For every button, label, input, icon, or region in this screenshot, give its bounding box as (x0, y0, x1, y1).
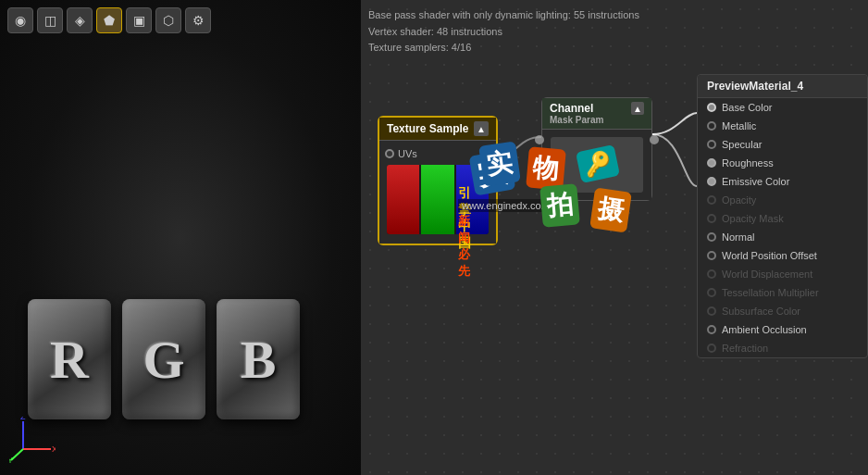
material-pin-metallic: Metallic (698, 117, 867, 135)
pin-dot-5 (707, 195, 716, 205)
pin-dot-8 (707, 251, 716, 260)
pin-dot-6 (707, 214, 716, 223)
texture-sample-title: Texture Sample (387, 122, 468, 135)
pin-dot-1 (707, 121, 716, 131)
pin-dot-0 (707, 103, 716, 112)
material-pin-subsurface-color: Subsurface Color (698, 302, 867, 320)
material-pin-normal: Normal (698, 228, 867, 246)
texture-output-pins (494, 145, 503, 155)
tile-r: R (28, 299, 111, 419)
channel-body (542, 130, 651, 200)
rgb-tiles: R G B (28, 299, 300, 419)
node-texture-sample[interactable]: Texture Sample ▲ UVs (378, 116, 498, 245)
material-pins-container: Base ColorMetallicSpecularRoughnessEmiss… (698, 98, 867, 357)
preview-material-panel: PreviewMaterial_4 Base ColorMetallicSpec… (697, 74, 868, 358)
channel-expand[interactable]: ▲ (631, 102, 644, 115)
tex-green-strip (421, 165, 453, 234)
pin-dot-4 (707, 177, 716, 186)
pin-dot-3 (707, 158, 716, 168)
material-pin-opacity-mask: Opacity Mask (698, 209, 867, 228)
channel-title: Channel (550, 102, 593, 115)
axis-indicator: Z X Y (9, 417, 56, 466)
pin-dot-10 (707, 288, 716, 297)
channel-preview (551, 137, 643, 193)
pin-label-9: World Displacement (722, 269, 812, 280)
shader-info: Base pass shader with only dynamic light… (368, 7, 639, 56)
pin-dot-11 (707, 306, 716, 316)
channel-preview-dot (589, 157, 604, 172)
pin-label-13: Refraction (722, 343, 768, 354)
node-channel-mask[interactable]: Channel ▲ Mask Param (541, 97, 652, 201)
material-pin-opacity: Opacity (698, 191, 867, 209)
pin-dot-7 (707, 232, 716, 242)
svg-text:X: X (52, 444, 56, 454)
material-pin-tessellation-multiplier: Tessellation Multiplier (698, 283, 867, 302)
channel-output-pin (650, 135, 659, 144)
pin-label-2: Specular (722, 139, 762, 150)
material-pin-roughness: Roughness (698, 154, 867, 172)
channel-subtitle: Mask Param (550, 115, 603, 125)
toolbar-btn-6[interactable]: ⬡ (155, 7, 181, 33)
toolbar-btn-2[interactable]: ◫ (37, 7, 63, 33)
texture-sample-expand[interactable]: ▲ (474, 121, 489, 136)
channel-in-dot (535, 135, 544, 144)
toolbar-btn-7[interactable]: ⚙ (185, 7, 211, 33)
svg-text:Y: Y (9, 456, 13, 463)
pin-label-1: Metallic (722, 120, 756, 131)
output-pin-1 (494, 145, 503, 155)
material-pin-world-position-offset: World Position Offset (698, 246, 867, 265)
info-line1: Base pass shader with only dynamic light… (368, 7, 639, 24)
texture-sample-body: UVs (379, 141, 496, 244)
material-pin-world-displacement: World Displacement (698, 265, 867, 283)
channel-header: Channel ▲ Mask Param (542, 98, 651, 130)
uvs-pin-row: UVs (385, 146, 490, 161)
pin-label-3: Roughness (722, 157, 774, 169)
pin-label-6: Opacity Mask (722, 213, 784, 224)
tile-g: G (122, 299, 205, 419)
material-pin-ambient-occlusion: Ambient Occlusion (698, 320, 867, 339)
pin-dot-2 (707, 140, 716, 149)
svg-text:Z: Z (20, 417, 26, 421)
channel-out-dot (650, 135, 659, 144)
pin-label-11: Subsurface Color (722, 306, 800, 317)
pin-label-4: Emissive Color (722, 176, 789, 187)
pin-dot-12 (707, 325, 716, 334)
uvs-pin (385, 149, 394, 158)
material-pin-specular: Specular (698, 135, 867, 154)
pin-label-7: Normal (722, 231, 754, 243)
material-pin-emissive-color: Emissive Color (698, 172, 867, 191)
uvs-label: UVs (398, 148, 417, 159)
tile-b: B (217, 299, 300, 419)
material-pin-refraction: Refraction (698, 339, 867, 357)
material-pin-base-color: Base Color (698, 98, 867, 117)
main-panel: Base pass shader with only dynamic light… (361, 0, 868, 475)
channel-input-pin (535, 135, 544, 144)
viewport-toolbar[interactable]: ◉ ◫ ◈ ⬟ ▣ ⬡ ⚙ (7, 7, 211, 33)
viewport-panel: ◉ ◫ ◈ ⬟ ▣ ⬡ ⚙ R G B Z X Y (0, 0, 361, 475)
pin-dot-9 (707, 269, 716, 279)
toolbar-btn-3[interactable]: ◈ (67, 7, 93, 33)
uvs-output-pin (481, 149, 490, 158)
pin-label-10: Tessellation Multiplier (722, 287, 819, 298)
pin-label-5: Opacity (722, 194, 756, 206)
info-line2: Vertex shader: 48 instructions (368, 24, 639, 41)
preview-material-header: PreviewMaterial_4 (698, 75, 867, 98)
toolbar-btn-5[interactable]: ▣ (126, 7, 152, 33)
pin-label-8: World Position Offset (722, 250, 817, 261)
pin-label-12: Ambient Occlusion (722, 324, 807, 335)
pin-label-0: Base Color (722, 102, 772, 113)
tex-blue-strip (456, 165, 489, 234)
pin-dot-13 (707, 344, 716, 353)
texture-preview (387, 165, 489, 234)
toolbar-btn-4[interactable]: ⬟ (96, 7, 122, 33)
toolbar-btn-1[interactable]: ◉ (7, 7, 33, 33)
tex-red-strip (387, 165, 419, 234)
texture-sample-header: Texture Sample ▲ (379, 118, 496, 141)
info-line3: Texture samplers: 4/16 (368, 40, 639, 56)
